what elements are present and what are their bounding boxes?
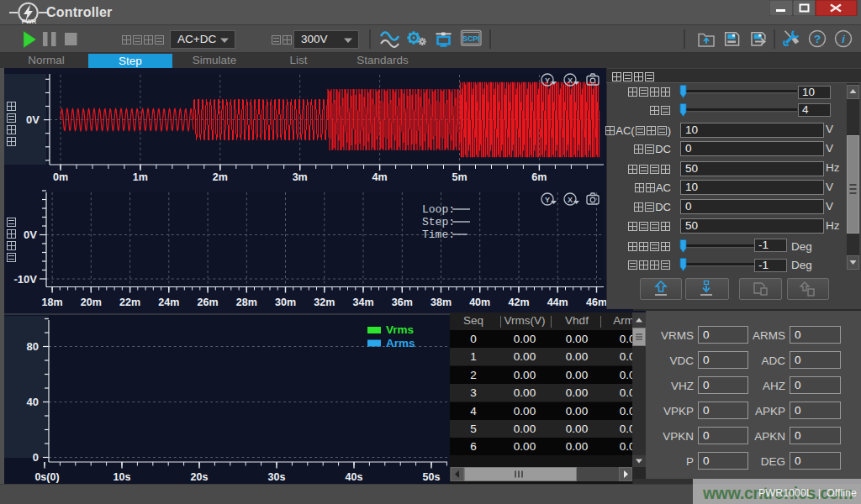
svg-text:22m: 22m xyxy=(119,297,140,308)
svg-text:20s: 20s xyxy=(191,471,209,483)
svg-text:Y: Y xyxy=(545,196,550,204)
svg-text:36m: 36m xyxy=(392,297,413,308)
svg-text:0V: 0V xyxy=(26,113,40,126)
svg-text:Y: Y xyxy=(545,76,550,85)
svg-text:SCPI: SCPI xyxy=(462,34,480,43)
svg-text:4m: 4m xyxy=(372,171,388,183)
svg-text:?: ? xyxy=(814,33,821,45)
svg-text:20m: 20m xyxy=(81,297,102,308)
svg-text:0s(0): 0s(0) xyxy=(34,471,59,483)
svg-text:0m: 0m xyxy=(53,171,68,183)
svg-text:2m: 2m xyxy=(213,171,228,183)
svg-text:Vrms: Vrms xyxy=(386,323,414,336)
svg-text:26m: 26m xyxy=(198,297,219,308)
svg-text:42m: 42m xyxy=(508,297,529,308)
svg-text:X: X xyxy=(568,76,573,85)
svg-text:40: 40 xyxy=(27,396,39,408)
svg-text:0V: 0V xyxy=(24,228,37,241)
svg-text:Loop:: Loop: xyxy=(422,203,455,216)
svg-text:10s: 10s xyxy=(114,471,131,483)
svg-text:46m: 46m xyxy=(586,297,606,308)
svg-text:44m: 44m xyxy=(547,297,568,308)
svg-text:24m: 24m xyxy=(158,297,179,308)
svg-text:40m: 40m xyxy=(469,297,490,308)
svg-text:0: 0 xyxy=(33,451,39,464)
svg-text:i: i xyxy=(842,33,845,45)
svg-text:5m: 5m xyxy=(452,171,467,183)
svg-text:18m: 18m xyxy=(42,297,63,308)
svg-text:3m: 3m xyxy=(293,171,308,183)
svg-text:30s: 30s xyxy=(268,471,286,483)
svg-text:6m: 6m xyxy=(531,171,547,183)
svg-text:Arms: Arms xyxy=(386,337,415,349)
svg-text:38m: 38m xyxy=(430,297,452,308)
svg-text:30m: 30m xyxy=(275,297,296,308)
svg-text:1m: 1m xyxy=(133,171,148,183)
svg-text:28m: 28m xyxy=(236,297,257,308)
svg-text:40s: 40s xyxy=(346,471,363,483)
svg-text:-10V: -10V xyxy=(14,273,38,286)
svg-text:Time:: Time: xyxy=(422,228,455,241)
svg-text:34m: 34m xyxy=(352,297,373,308)
svg-text:80: 80 xyxy=(27,340,39,353)
svg-text:Step:: Step: xyxy=(422,216,455,228)
svg-text:32m: 32m xyxy=(314,297,335,308)
svg-text:50s: 50s xyxy=(423,471,441,483)
svg-text:X: X xyxy=(568,196,573,204)
